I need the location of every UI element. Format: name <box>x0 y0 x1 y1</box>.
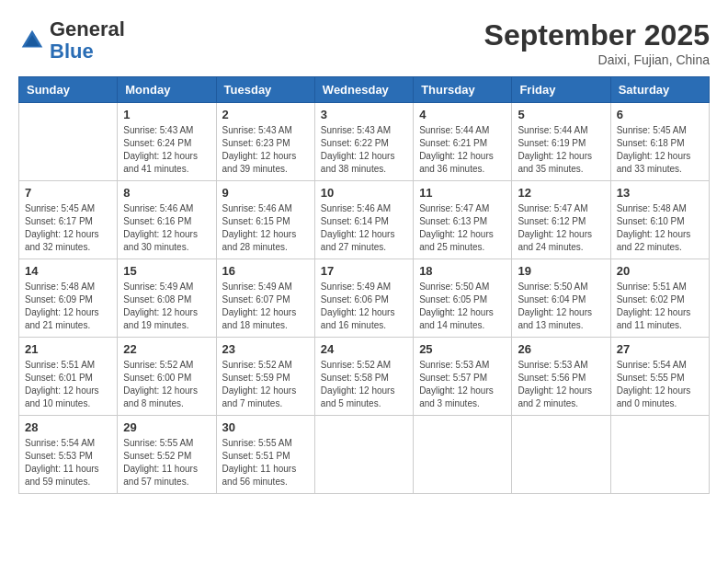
day-number: 30 <box>222 420 309 434</box>
day-number: 3 <box>321 108 407 121</box>
day-number: 20 <box>617 264 703 278</box>
calendar-cell: 4Sunrise: 5:44 AM Sunset: 6:21 PM Daylig… <box>414 103 512 181</box>
day-info: Sunrise: 5:46 AM Sunset: 6:14 PM Dayligh… <box>321 202 407 254</box>
calendar-cell: 22Sunrise: 5:52 AM Sunset: 6:00 PM Dayli… <box>118 338 216 416</box>
calendar-cell: 19Sunrise: 5:50 AM Sunset: 6:04 PM Dayli… <box>512 259 610 338</box>
logo: General Blue <box>18 18 125 63</box>
day-info: Sunrise: 5:54 AM Sunset: 5:53 PM Dayligh… <box>25 437 111 488</box>
day-number: 25 <box>419 342 506 356</box>
calendar-cell: 23Sunrise: 5:52 AM Sunset: 5:59 PM Dayli… <box>216 338 314 416</box>
weekday-header: Tuesday <box>216 77 314 103</box>
day-number: 14 <box>25 264 111 278</box>
month-title: September 2025 <box>484 18 710 52</box>
calendar-week-row: 21Sunrise: 5:51 AM Sunset: 6:01 PM Dayli… <box>19 338 710 416</box>
day-number: 18 <box>419 264 506 278</box>
weekday-header: Thursday <box>414 77 512 103</box>
day-number: 22 <box>123 342 210 356</box>
day-number: 16 <box>222 264 309 278</box>
calendar-cell: 14Sunrise: 5:48 AM Sunset: 6:09 PM Dayli… <box>19 259 118 338</box>
calendar-cell: 21Sunrise: 5:51 AM Sunset: 6:01 PM Dayli… <box>19 338 118 416</box>
logo-text: General Blue <box>50 18 125 63</box>
calendar-cell: 10Sunrise: 5:46 AM Sunset: 6:14 PM Dayli… <box>314 181 413 259</box>
calendar-cell <box>610 416 709 494</box>
calendar-cell: 29Sunrise: 5:55 AM Sunset: 5:52 PM Dayli… <box>118 416 216 494</box>
day-number: 17 <box>321 264 407 278</box>
weekday-header-row: SundayMondayTuesdayWednesdayThursdayFrid… <box>19 77 710 103</box>
day-info: Sunrise: 5:46 AM Sunset: 6:16 PM Dayligh… <box>123 202 210 254</box>
calendar-cell: 2Sunrise: 5:43 AM Sunset: 6:23 PM Daylig… <box>216 103 314 181</box>
day-info: Sunrise: 5:52 AM Sunset: 5:59 PM Dayligh… <box>222 359 309 410</box>
day-number: 23 <box>222 342 309 356</box>
day-number: 27 <box>617 342 703 356</box>
day-number: 8 <box>123 186 210 200</box>
day-number: 5 <box>518 108 604 121</box>
day-info: Sunrise: 5:49 AM Sunset: 6:08 PM Dayligh… <box>123 281 210 332</box>
weekday-header: Saturday <box>610 77 709 103</box>
weekday-header: Wednesday <box>314 77 413 103</box>
day-info: Sunrise: 5:52 AM Sunset: 6:00 PM Dayligh… <box>123 359 210 410</box>
calendar-cell: 5Sunrise: 5:44 AM Sunset: 6:19 PM Daylig… <box>512 103 610 181</box>
calendar-cell: 27Sunrise: 5:54 AM Sunset: 5:55 PM Dayli… <box>610 338 709 416</box>
calendar-week-row: 1Sunrise: 5:43 AM Sunset: 6:24 PM Daylig… <box>19 103 710 181</box>
calendar-cell: 15Sunrise: 5:49 AM Sunset: 6:08 PM Dayli… <box>118 259 216 338</box>
day-info: Sunrise: 5:55 AM Sunset: 5:51 PM Dayligh… <box>222 437 309 488</box>
day-number: 26 <box>518 342 604 356</box>
day-info: Sunrise: 5:52 AM Sunset: 5:58 PM Dayligh… <box>321 359 407 410</box>
calendar-cell: 20Sunrise: 5:51 AM Sunset: 6:02 PM Dayli… <box>610 259 709 338</box>
calendar-cell <box>314 416 413 494</box>
day-number: 15 <box>123 264 210 278</box>
day-info: Sunrise: 5:50 AM Sunset: 6:04 PM Dayligh… <box>518 281 604 332</box>
calendar-cell: 1Sunrise: 5:43 AM Sunset: 6:24 PM Daylig… <box>118 103 216 181</box>
calendar-cell: 28Sunrise: 5:54 AM Sunset: 5:53 PM Dayli… <box>19 416 118 494</box>
day-info: Sunrise: 5:45 AM Sunset: 6:17 PM Dayligh… <box>25 202 111 254</box>
day-number: 6 <box>617 108 703 121</box>
day-info: Sunrise: 5:44 AM Sunset: 6:19 PM Dayligh… <box>518 124 604 176</box>
day-number: 21 <box>25 342 111 356</box>
day-number: 1 <box>123 108 210 121</box>
calendar-cell: 25Sunrise: 5:53 AM Sunset: 5:57 PM Dayli… <box>414 338 512 416</box>
day-number: 4 <box>419 108 506 121</box>
day-info: Sunrise: 5:51 AM Sunset: 6:01 PM Dayligh… <box>25 359 111 410</box>
day-info: Sunrise: 5:49 AM Sunset: 6:07 PM Dayligh… <box>222 281 309 332</box>
day-number: 11 <box>419 186 506 200</box>
weekday-header: Sunday <box>19 77 118 103</box>
day-number: 28 <box>25 420 111 434</box>
day-info: Sunrise: 5:49 AM Sunset: 6:06 PM Dayligh… <box>321 281 407 332</box>
calendar-week-row: 14Sunrise: 5:48 AM Sunset: 6:09 PM Dayli… <box>19 259 710 338</box>
day-info: Sunrise: 5:54 AM Sunset: 5:55 PM Dayligh… <box>617 359 703 410</box>
calendar-cell: 17Sunrise: 5:49 AM Sunset: 6:06 PM Dayli… <box>314 259 413 338</box>
day-info: Sunrise: 5:47 AM Sunset: 6:12 PM Dayligh… <box>518 202 604 254</box>
calendar-cell: 24Sunrise: 5:52 AM Sunset: 5:58 PM Dayli… <box>314 338 413 416</box>
weekday-header: Monday <box>118 77 216 103</box>
day-info: Sunrise: 5:45 AM Sunset: 6:18 PM Dayligh… <box>617 124 703 176</box>
calendar-cell: 26Sunrise: 5:53 AM Sunset: 5:56 PM Dayli… <box>512 338 610 416</box>
day-number: 12 <box>518 186 604 200</box>
calendar-cell: 11Sunrise: 5:47 AM Sunset: 6:13 PM Dayli… <box>414 181 512 259</box>
day-number: 13 <box>617 186 703 200</box>
calendar-cell: 30Sunrise: 5:55 AM Sunset: 5:51 PM Dayli… <box>216 416 314 494</box>
day-number: 9 <box>222 186 309 200</box>
calendar-cell: 13Sunrise: 5:48 AM Sunset: 6:10 PM Dayli… <box>610 181 709 259</box>
calendar-week-row: 28Sunrise: 5:54 AM Sunset: 5:53 PM Dayli… <box>19 416 710 494</box>
day-info: Sunrise: 5:47 AM Sunset: 6:13 PM Dayligh… <box>419 202 506 254</box>
calendar-cell: 16Sunrise: 5:49 AM Sunset: 6:07 PM Dayli… <box>216 259 314 338</box>
page-header: General Blue September 2025 Daixi, Fujia… <box>18 18 710 67</box>
logo-icon <box>18 27 46 54</box>
calendar-cell <box>512 416 610 494</box>
day-info: Sunrise: 5:53 AM Sunset: 5:57 PM Dayligh… <box>419 359 506 410</box>
logo-blue: Blue <box>50 40 94 63</box>
day-info: Sunrise: 5:55 AM Sunset: 5:52 PM Dayligh… <box>123 437 210 488</box>
calendar-cell: 18Sunrise: 5:50 AM Sunset: 6:05 PM Dayli… <box>414 259 512 338</box>
location: Daixi, Fujian, China <box>484 52 710 67</box>
day-info: Sunrise: 5:50 AM Sunset: 6:05 PM Dayligh… <box>419 281 506 332</box>
calendar-cell: 9Sunrise: 5:46 AM Sunset: 6:15 PM Daylig… <box>216 181 314 259</box>
weekday-header: Friday <box>512 77 610 103</box>
calendar-week-row: 7Sunrise: 5:45 AM Sunset: 6:17 PM Daylig… <box>19 181 710 259</box>
title-block: September 2025 Daixi, Fujian, China <box>484 18 710 67</box>
day-info: Sunrise: 5:43 AM Sunset: 6:23 PM Dayligh… <box>222 124 309 176</box>
calendar-cell <box>19 103 118 181</box>
day-info: Sunrise: 5:48 AM Sunset: 6:10 PM Dayligh… <box>617 202 703 254</box>
calendar: SundayMondayTuesdayWednesdayThursdayFrid… <box>18 76 710 494</box>
day-number: 24 <box>321 342 407 356</box>
day-number: 7 <box>25 186 111 200</box>
